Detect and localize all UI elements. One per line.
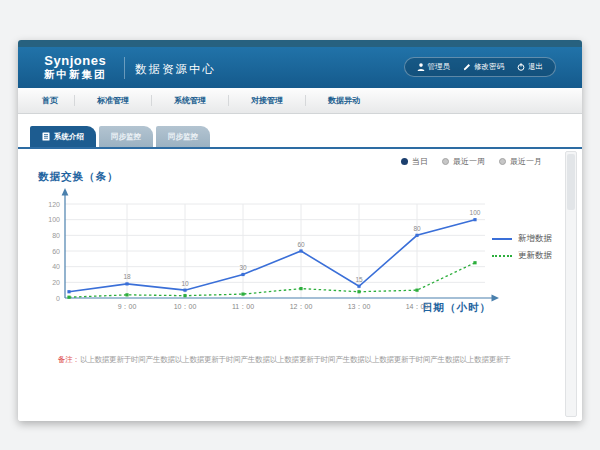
legend-item-update-data: 更新数据 [492,250,552,262]
logout-label: 退出 [528,62,543,72]
svg-text:120: 120 [48,201,60,208]
green-dotted-sample-icon [492,255,512,257]
radio-today-label: 当日 [412,156,428,167]
svg-text:10: 10 [181,280,189,287]
svg-text:10：00: 10：00 [174,303,197,310]
brand-logo-text: Synjones [44,53,106,68]
tab-sync-monitor-2[interactable]: 同步监控 [156,126,210,147]
svg-text:100: 100 [470,209,481,216]
edit-icon [463,63,471,71]
svg-text:18: 18 [123,273,131,280]
legend-new-data-label: 新增数据 [518,233,552,245]
vertical-scrollbar[interactable] [565,151,577,417]
svg-text:13：00: 13：00 [348,303,371,310]
radio-today[interactable]: 当日 [401,156,428,167]
user-menu-admin[interactable]: 管理员 [417,62,451,72]
blue-line-sample-icon [492,238,512,240]
svg-text:9：00: 9：00 [118,303,137,310]
svg-text:80: 80 [413,225,421,232]
tab-bar: 系统介绍 同步监控 同步监控 [30,126,210,147]
svg-text:60: 60 [52,248,60,255]
main-nav: 首页 标准管理 系统管理 对接管理 数据异动 [18,88,582,114]
user-menu-change-password[interactable]: 修改密码 [463,62,504,72]
user-menu: 管理员 修改密码 退出 [404,57,557,77]
nav-item-home[interactable]: 首页 [26,95,74,106]
y-axis-title: 数据交换（条） [38,170,119,184]
brand-logo: Synjones 新中新集团 [44,53,107,81]
svg-text:20: 20 [52,279,60,286]
radio-last-week-label: 最近一周 [453,156,485,167]
tab-system-intro-label: 系统介绍 [54,132,84,142]
user-menu-admin-label: 管理员 [428,62,451,72]
tab-sync-monitor-1[interactable]: 同步监控 [99,126,153,147]
nav-item-interface-mgmt[interactable]: 对接管理 [229,95,305,106]
x-axis-title: 日期（小时） [422,301,491,315]
footnote-prefix: 备注： [58,355,80,364]
change-password-label: 修改密码 [474,62,504,72]
radio-selected-icon [401,158,408,165]
header-top-strip [18,40,582,47]
svg-text:40: 40 [52,263,60,270]
radio-unselected-icon [442,158,449,165]
footnote-text: 以上数据更新于时间产生数据以上数据更新于时间产生数据以上数据更新于时间产生数据以… [80,355,511,364]
power-icon [517,63,525,71]
svg-text:100: 100 [48,216,60,223]
tab-system-intro[interactable]: 系统介绍 [30,126,96,147]
scrollbar-thumb[interactable] [567,154,575,210]
radio-last-month-label: 最近一月 [510,156,542,167]
svg-text:30: 30 [239,264,247,271]
radio-last-week[interactable]: 最近一周 [442,156,485,167]
range-radio-group: 当日 最近一周 最近一月 [401,156,542,167]
page-title: 数据资源中心 [135,62,216,77]
brand-company-name: 新中新集团 [44,68,107,81]
chart-tick-labels: 0204060801001209：0010：0011：0012：0013：001… [48,201,428,311]
document-icon [42,132,50,141]
legend-item-new-data: 新增数据 [492,233,552,245]
radio-last-month[interactable]: 最近一月 [499,156,542,167]
radio-unselected-icon [499,158,506,165]
svg-text:15: 15 [355,276,363,283]
content-panel: 当日 最近一周 最近一月 数据交换（条） 0204060801001209：00… [18,147,582,421]
user-menu-logout[interactable]: 退出 [517,62,543,72]
user-icon [417,63,425,71]
svg-text:12：00: 12：00 [290,303,313,310]
svg-text:0: 0 [56,295,60,302]
svg-text:60: 60 [297,241,305,248]
app-window: Synjones 新中新集团 数据资源中心 管理员 修改密码 [18,40,582,421]
nav-item-standard-mgmt[interactable]: 标准管理 [75,95,151,106]
svg-text:11：00: 11：00 [232,303,254,310]
nav-item-data-change[interactable]: 数据异动 [306,95,382,106]
tab-sync-monitor-1-label: 同步监控 [111,132,141,142]
footnote: 备注：以上数据更新于时间产生数据以上数据更新于时间产生数据以上数据更新于时间产生… [58,355,552,365]
app-header: Synjones 新中新集团 数据资源中心 管理员 修改密码 [18,47,582,88]
legend-update-data-label: 更新数据 [518,250,552,262]
chart-legend: 新增数据 更新数据 [492,233,552,262]
svg-text:80: 80 [52,232,60,239]
header-divider [124,57,125,79]
nav-item-system-mgmt[interactable]: 系统管理 [152,95,228,106]
tab-sync-monitor-2-label: 同步监控 [168,132,198,142]
